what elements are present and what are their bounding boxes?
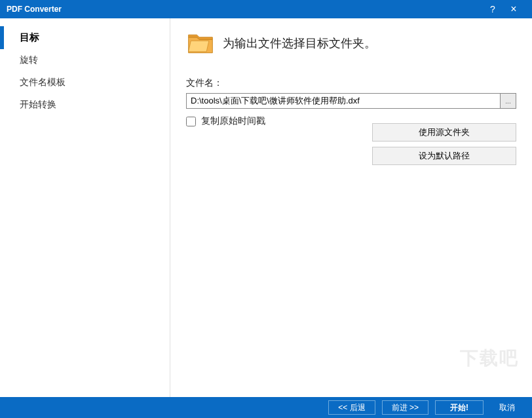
- set-default-path-button[interactable]: 设为默认路径: [372, 147, 516, 165]
- filename-label: 文件名：: [186, 77, 516, 89]
- body: 目标 旋转 文件名模板 开始转换 为输出文件选择目标文件夹。 文件名： ...: [0, 18, 532, 397]
- folder-icon: [186, 29, 215, 58]
- path-input[interactable]: [186, 93, 501, 109]
- sidebar-item-label: 文件名模板: [20, 77, 66, 87]
- start-button[interactable]: 开始!: [435, 400, 484, 415]
- cancel-button[interactable]: 取消: [490, 400, 524, 415]
- sidebar-item-label: 旋转: [20, 54, 38, 65]
- watermark: 下载吧: [460, 346, 519, 371]
- sidebar-item-label: 目标: [20, 31, 39, 43]
- copy-timestamp-label: 复制原始时间戳: [201, 115, 265, 127]
- path-row: ...: [186, 93, 516, 109]
- content: 为输出文件选择目标文件夹。 文件名： ... 复制原始时间戳 使用源文件夹 设为…: [170, 18, 532, 397]
- sidebar-item-label: 开始转换: [20, 99, 56, 109]
- browse-button[interactable]: ...: [501, 93, 516, 109]
- use-source-folder-button[interactable]: 使用源文件夹: [372, 123, 516, 142]
- sidebar-item-rotate[interactable]: 旋转: [0, 49, 170, 71]
- titlebar: PDF Converter ? ×: [0, 0, 532, 18]
- heading-row: 为输出文件选择目标文件夹。: [186, 29, 516, 58]
- help-button[interactable]: ?: [484, 4, 502, 14]
- close-button[interactable]: ×: [502, 3, 525, 15]
- footer: << 后退 前进 >> 开始! 取消: [0, 397, 532, 418]
- forward-button[interactable]: 前进 >>: [382, 400, 428, 415]
- page-heading: 为输出文件选择目标文件夹。: [223, 35, 376, 51]
- sidebar-item-filename-template[interactable]: 文件名模板: [0, 71, 170, 94]
- right-buttons: 使用源文件夹 设为默认路径: [372, 123, 516, 165]
- sidebar-item-start-convert[interactable]: 开始转换: [0, 94, 170, 116]
- sidebar: 目标 旋转 文件名模板 开始转换: [0, 18, 170, 397]
- sidebar-item-target[interactable]: 目标: [0, 26, 170, 49]
- window-title: PDF Converter: [7, 5, 484, 14]
- copy-timestamp-checkbox[interactable]: [186, 117, 196, 126]
- back-button[interactable]: << 后退: [328, 400, 375, 415]
